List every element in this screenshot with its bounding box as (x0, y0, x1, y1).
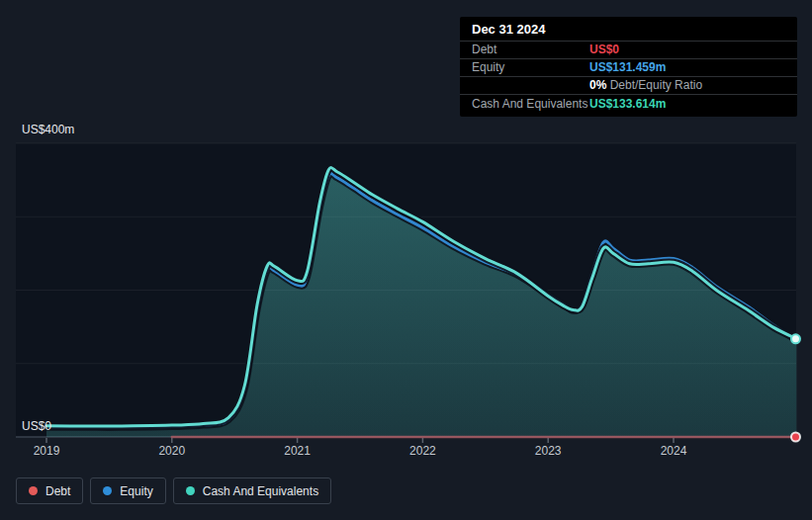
legend-item-debt[interactable]: Debt (16, 477, 83, 504)
tooltip-ratio: 0% Debt/Equity Ratio (589, 78, 702, 93)
x-axis-label-2020: 2020 (158, 444, 185, 458)
x-axis-label-2019: 2019 (34, 444, 60, 458)
cash-dot-icon (186, 486, 195, 495)
tooltip-debt-label: Debt (472, 43, 589, 57)
tooltip-date: Dec 31 2024 (460, 17, 797, 41)
tooltip-cash-value: US$133.614m (589, 97, 666, 112)
tooltip-debt-value: US$0 (589, 43, 619, 57)
chart-legend: Debt Equity Cash And Equivalents (16, 477, 331, 504)
tooltip-equity-value: US$131.459m (589, 60, 666, 75)
legend-equity-label: Equity (120, 484, 152, 498)
x-axis-label-2023: 2023 (535, 444, 562, 458)
y-axis-label-zero: US$0 (22, 419, 51, 433)
legend-item-equity[interactable]: Equity (90, 477, 165, 504)
legend-debt-label: Debt (45, 484, 70, 498)
legend-item-cash[interactable]: Cash And Equivalents (173, 477, 331, 504)
y-axis-label-max: US$400m (22, 123, 74, 136)
debt-dot-icon (29, 486, 38, 495)
tooltip-cash-label: Cash And Equivalents (472, 97, 589, 112)
tooltip-ratio-text: Debt/Equity Ratio (606, 78, 702, 92)
cash-and-equivalents-end-marker (791, 334, 800, 343)
x-axis-label-2024: 2024 (661, 444, 687, 458)
balance-sheet-chart-page: US$400m US$0 201920202021202220232024 De… (0, 0, 812, 520)
tooltip-row-debt: Debt US$0 (460, 41, 797, 58)
tooltip-row-equity: Equity US$131.459m (460, 58, 797, 76)
debt-end-marker (791, 433, 800, 442)
x-axis-label-2022: 2022 (409, 444, 436, 458)
tooltip-ratio-percent: 0% (589, 78, 606, 92)
legend-cash-label: Cash And Equivalents (203, 484, 318, 498)
equity-dot-icon (103, 486, 112, 495)
tooltip-row-cash: Cash And Equivalents US$133.614m (460, 94, 797, 117)
chart-tooltip: Dec 31 2024 Debt US$0 Equity US$131.459m… (460, 17, 797, 117)
tooltip-equity-label: Equity (472, 60, 589, 75)
tooltip-row-ratio: 0% Debt/Equity Ratio (460, 76, 797, 94)
x-axis-label-2021: 2021 (284, 444, 311, 458)
